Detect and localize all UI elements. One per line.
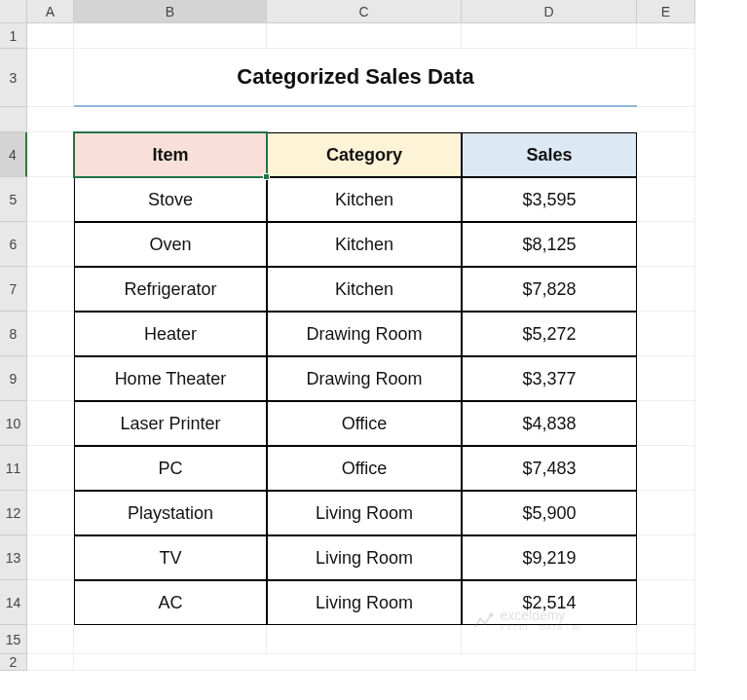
row-header-10[interactable]: 10 [0,401,27,446]
row-header-2[interactable]: 2 [0,654,27,671]
cell-category-7[interactable]: Living Room [267,491,462,535]
header-sales[interactable]: Sales [462,132,637,177]
cell-E1[interactable] [637,23,695,49]
col-header-C[interactable]: C [267,0,462,23]
cell-item-2[interactable]: Refrigerator [74,267,267,312]
row-header-12[interactable]: 12 [0,491,27,535]
cell-A12[interactable] [27,491,74,535]
cell-category-8[interactable]: Living Room [267,535,462,580]
row-header-3[interactable]: 3 [0,49,27,107]
cell-A13[interactable] [27,535,74,580]
cell-E2[interactable] [637,654,695,671]
cell-category-5[interactable]: Office [267,401,462,446]
cell-item-7[interactable]: Playstation [74,491,267,535]
cell-sales-6[interactable]: $7,483 [462,446,637,491]
cell-A8[interactable] [27,312,74,356]
cell-sales-8[interactable]: $9,219 [462,535,637,580]
spreadsheet-grid: A B C D E 1 2 3 Categorized Sales Data 4… [0,0,747,671]
row-header-7[interactable]: 7 [0,267,27,312]
cell-A4[interactable] [27,132,74,177]
cell-A1[interactable] [27,23,74,49]
cell-D1[interactable] [462,23,637,49]
cell-A5[interactable] [27,177,74,222]
cell-E4[interactable] [637,132,695,177]
cell-item-9[interactable]: AC [74,580,267,625]
cell-E12[interactable] [637,491,695,535]
cell-item-0[interactable]: Stove [74,177,267,222]
cell-category-0[interactable]: Kitchen [267,177,462,222]
row-header-5[interactable]: 5 [0,177,27,222]
cell-category-9[interactable]: Living Room [267,580,462,625]
col-header-B[interactable]: B [74,0,267,23]
cell-sales-0[interactable]: $3,595 [462,177,637,222]
row-header-9[interactable]: 9 [0,356,27,401]
cell-A15[interactable] [27,625,74,654]
row-header-14[interactable]: 14 [0,580,27,625]
cell-E3[interactable] [637,49,695,107]
cell-B15[interactable] [74,625,267,654]
cell-E5[interactable] [637,177,695,222]
cell-A6[interactable] [27,222,74,267]
cell-E10[interactable] [637,401,695,446]
cell-E9[interactable] [637,356,695,401]
cell-sales-9[interactable]: $2,514 [462,580,637,625]
row-header-8[interactable]: 8 [0,312,27,356]
col-header-D[interactable]: D [462,0,637,23]
cell-A9[interactable] [27,356,74,401]
row-header-6[interactable]: 6 [0,222,27,267]
cell-sales-5[interactable]: $4,838 [462,401,637,446]
cell-sales-1[interactable]: $8,125 [462,222,637,267]
cell-A14[interactable] [27,580,74,625]
cell-A3[interactable] [27,49,74,107]
col-header-A[interactable]: A [27,0,74,23]
cell-D15[interactable] [462,625,637,654]
row-header-13[interactable]: 13 [0,535,27,580]
cell-item-5[interactable]: Laser Printer [74,401,267,446]
header-category[interactable]: Category [267,132,462,177]
cell-E15[interactable] [637,625,695,654]
cell-E7[interactable] [637,267,695,312]
cell-item-1[interactable]: Oven [74,222,267,267]
cell-E13[interactable] [637,535,695,580]
gap-row[interactable] [27,107,695,132]
cell-A2[interactable] [27,654,74,671]
cell-sales-4[interactable]: $3,377 [462,356,637,401]
cell-item-6[interactable]: PC [74,446,267,491]
cell-E14[interactable] [637,580,695,625]
cell-B2-merged[interactable] [74,654,637,671]
cell-category-2[interactable]: Kitchen [267,267,462,312]
cell-B1[interactable] [74,23,267,49]
cell-A10[interactable] [27,401,74,446]
cell-C15[interactable] [267,625,462,654]
cell-sales-3[interactable]: $5,272 [462,312,637,356]
cell-C1[interactable] [267,23,462,49]
header-item-label: Item [152,145,188,166]
cell-item-3[interactable]: Heater [74,312,267,356]
page-title: Categorized Sales Data [74,49,637,107]
row-header-11[interactable]: 11 [0,446,27,491]
cell-category-4[interactable]: Drawing Room [267,356,462,401]
col-header-E[interactable]: E [637,0,695,23]
cell-category-1[interactable]: Kitchen [267,222,462,267]
row-header-4b[interactable]: 4 [0,132,27,177]
row-header-4[interactable] [0,107,27,132]
cell-item-4[interactable]: Home Theater [74,356,267,401]
cell-A11[interactable] [27,446,74,491]
cell-sales-2[interactable]: $7,828 [462,267,637,312]
cell-category-3[interactable]: Drawing Room [267,312,462,356]
select-all-corner[interactable] [0,0,27,23]
cell-item-8[interactable]: TV [74,535,267,580]
row-header-15[interactable]: 15 [0,625,27,654]
cell-E11[interactable] [637,446,695,491]
cell-sales-7[interactable]: $5,900 [462,491,637,535]
header-item[interactable]: Item [74,132,267,177]
cell-E6[interactable] [637,222,695,267]
fill-handle[interactable] [263,173,270,180]
cell-A7[interactable] [27,267,74,312]
cell-category-6[interactable]: Office [267,446,462,491]
cell-E8[interactable] [637,312,695,356]
row-header-1[interactable]: 1 [0,23,27,49]
